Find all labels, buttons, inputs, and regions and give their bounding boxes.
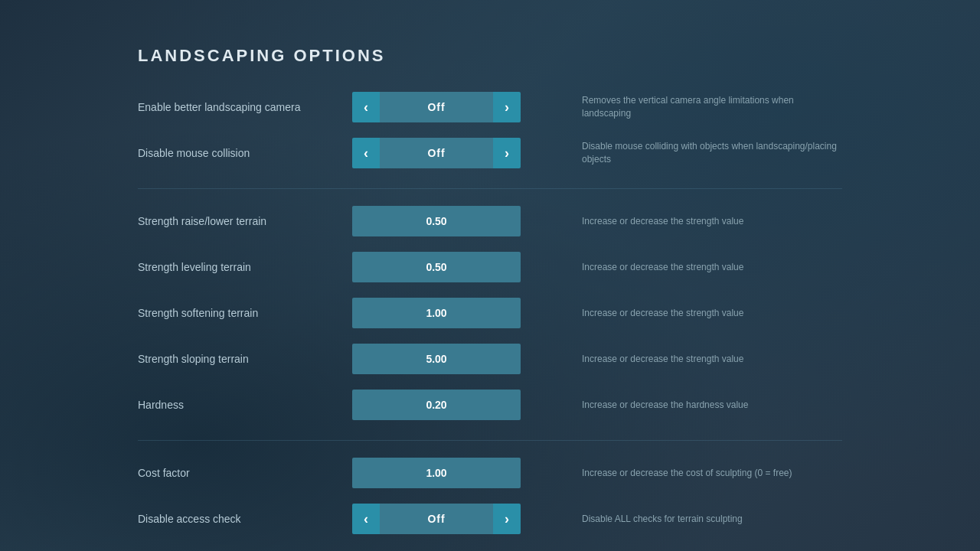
strength-softening-description: Increase or decrease the strength value — [521, 307, 842, 320]
disable-access-description: Disable ALL checks for terrain sculpting — [521, 513, 842, 526]
hardness-description: Increase or decrease the hardness value — [521, 399, 842, 412]
option-row-disable-access: Disable access check Off Disable ALL che… — [138, 502, 842, 536]
disable-mouse-toggle: Off — [352, 138, 521, 168]
chevron-right-icon — [505, 511, 509, 527]
cost-factor-label: Cost factor — [138, 467, 352, 479]
disable-mouse-right-btn[interactable] — [493, 138, 521, 168]
cost-options-section: Cost factor 1.00 Increase or decrease th… — [138, 456, 842, 536]
enable-camera-label: Enable better landscaping camera — [138, 101, 352, 113]
disable-mouse-description: Disable mouse colliding with objects whe… — [521, 140, 842, 166]
toggle-options-section: Enable better landscaping camera Off Rem… — [138, 90, 842, 170]
chevron-left-icon — [364, 145, 368, 161]
enable-camera-left-btn[interactable] — [352, 92, 380, 122]
strength-raise-control: 0.50 — [352, 206, 521, 236]
disable-access-toggle: Off — [352, 504, 521, 534]
strength-raise-value[interactable]: 0.50 — [352, 206, 521, 236]
option-row-hardness: Hardness 0.20 Increase or decrease the h… — [138, 388, 842, 422]
chevron-right-icon — [505, 145, 509, 161]
chevron-right-icon — [505, 99, 509, 116]
strength-leveling-label: Strength leveling terrain — [138, 261, 352, 273]
strength-raise-description: Increase or decrease the strength value — [521, 215, 842, 228]
hardness-label: Hardness — [138, 399, 352, 411]
option-row-enable-camera: Enable better landscaping camera Off Rem… — [138, 90, 842, 124]
option-row-cost-factor: Cost factor 1.00 Increase or decrease th… — [138, 456, 842, 490]
option-row-strength-softening: Strength softening terrain 1.00 Increase… — [138, 296, 842, 330]
enable-camera-toggle: Off — [352, 92, 521, 122]
cost-factor-value[interactable]: 1.00 — [352, 458, 521, 488]
divider-1 — [138, 188, 842, 189]
strength-sloping-label: Strength sloping terrain — [138, 353, 352, 365]
disable-mouse-control: Off — [352, 138, 521, 168]
cost-factor-description: Increase or decrease the cost of sculpti… — [521, 467, 842, 480]
strength-raise-label: Strength raise/lower terrain — [138, 215, 352, 227]
strength-options-section: Strength raise/lower terrain 0.50 Increa… — [138, 204, 842, 422]
hardness-value[interactable]: 0.20 — [352, 390, 521, 420]
strength-leveling-control: 0.50 — [352, 252, 521, 282]
disable-access-label: Disable access check — [138, 513, 352, 525]
chevron-left-icon — [364, 511, 368, 527]
option-row-strength-leveling: Strength leveling terrain 0.50 Increase … — [138, 250, 842, 284]
enable-camera-value: Off — [380, 92, 493, 122]
disable-access-control: Off — [352, 504, 521, 534]
cost-factor-control: 1.00 — [352, 458, 521, 488]
main-content: LANDSCAPING OPTIONS Enable better landsc… — [0, 0, 980, 551]
strength-leveling-description: Increase or decrease the strength value — [521, 261, 842, 274]
enable-camera-description: Removes the vertical camera angle limita… — [521, 94, 842, 120]
enable-camera-right-btn[interactable] — [493, 92, 521, 122]
page-title: LANDSCAPING OPTIONS — [138, 46, 842, 66]
strength-sloping-description: Increase or decrease the strength value — [521, 353, 842, 366]
strength-softening-value[interactable]: 1.00 — [352, 298, 521, 328]
strength-sloping-control: 5.00 — [352, 344, 521, 374]
disable-mouse-left-btn[interactable] — [352, 138, 380, 168]
divider-2 — [138, 440, 842, 441]
disable-access-value: Off — [380, 504, 493, 534]
option-row-strength-raise: Strength raise/lower terrain 0.50 Increa… — [138, 204, 842, 238]
strength-sloping-value[interactable]: 5.00 — [352, 344, 521, 374]
chevron-left-icon — [364, 99, 368, 116]
disable-access-right-btn[interactable] — [493, 504, 521, 534]
hardness-control: 0.20 — [352, 390, 521, 420]
enable-camera-control: Off — [352, 92, 521, 122]
option-row-disable-mouse: Disable mouse collision Off Disable mous… — [138, 136, 842, 170]
option-row-strength-sloping: Strength sloping terrain 5.00 Increase o… — [138, 342, 842, 376]
disable-access-left-btn[interactable] — [352, 504, 380, 534]
strength-leveling-value[interactable]: 0.50 — [352, 252, 521, 282]
strength-softening-label: Strength softening terrain — [138, 307, 352, 319]
disable-mouse-value: Off — [380, 138, 493, 168]
disable-mouse-label: Disable mouse collision — [138, 147, 352, 159]
strength-softening-control: 1.00 — [352, 298, 521, 328]
